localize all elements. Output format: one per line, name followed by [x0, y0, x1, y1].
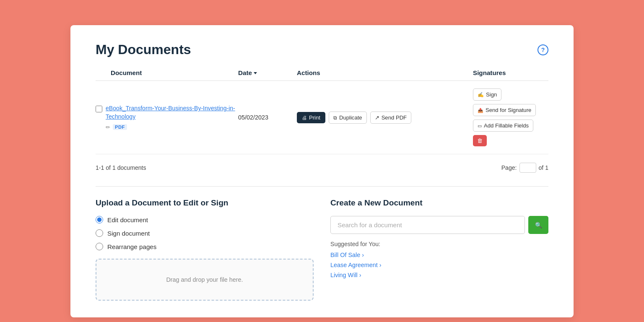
search-icon [535, 221, 542, 229]
fillable-icon [478, 122, 482, 129]
page-number-input[interactable]: 1 [519, 163, 536, 173]
printer-icon [302, 114, 307, 121]
radio-rearrange-label: Rearrange pages [107, 243, 156, 250]
col-header-actions: Actions [297, 69, 473, 76]
suggested-link-lease-agreement[interactable]: Lease Agreement › [330, 262, 548, 268]
radio-sign-label: Sign document [107, 230, 150, 237]
pencil-icon [106, 124, 110, 130]
radio-rearrange-input[interactable] [96, 243, 103, 250]
send-pdf-button[interactable]: Send PDF [370, 112, 411, 124]
sign-icon [478, 91, 484, 98]
print-button[interactable]: Print [297, 112, 325, 123]
help-icon[interactable]: ? [538, 44, 548, 55]
col-header-signatures: Signatures [473, 69, 548, 76]
row-checkbox[interactable] [96, 106, 102, 112]
date-cell: 05/02/2023 [238, 114, 297, 121]
radio-rearrange[interactable]: Rearrange pages [96, 243, 314, 250]
document-search-row [330, 216, 548, 234]
upload-drop-zone[interactable]: Drag and drop your file here. [96, 259, 314, 301]
upload-section-title: Upload a Document to Edit or Sign [96, 198, 314, 208]
radio-edit-label: Edit document [107, 216, 148, 223]
document-search-input[interactable] [330, 216, 525, 234]
page-header: My Documents ? [96, 42, 548, 57]
pagination-row: 1-1 of 1 documents Page: 1 of 1 [96, 163, 548, 173]
page-label: Page: [501, 164, 517, 171]
actions-cell: Print Duplicate Send PDF [297, 112, 473, 124]
date-sort-icon [254, 72, 257, 74]
col-header-document: Document [96, 69, 238, 76]
radio-edit-input[interactable] [96, 216, 103, 223]
send-sig-icon [478, 107, 483, 113]
sign-button[interactable]: Sign [473, 88, 501, 101]
suggested-link-bill-of-sale[interactable]: Bill Of Sale › [330, 252, 548, 258]
document-cell: eBook_Transform-Your-Business-By-Investi… [96, 104, 238, 130]
send-icon [375, 114, 379, 121]
suggested-link-living-will[interactable]: Living Will › [330, 272, 548, 278]
table-row: eBook_Transform-Your-Business-By-Investi… [96, 81, 548, 154]
duplicate-button[interactable]: Duplicate [329, 112, 367, 124]
col-header-date[interactable]: Date [238, 69, 297, 76]
copy-icon [333, 114, 337, 121]
pagination-summary: 1-1 of 1 documents [96, 164, 146, 171]
doc-name-group: eBook_Transform-Your-Business-By-Investi… [106, 104, 238, 130]
trash-icon [477, 138, 483, 144]
create-section: Create a New Document Suggested for You:… [330, 198, 548, 301]
radio-edit[interactable]: Edit document [96, 216, 314, 223]
main-card: My Documents ? Document Date Actions Sig… [70, 25, 574, 317]
pdf-badge: PDF [113, 124, 127, 130]
suggested-links: Bill Of Sale › Lease Agreement › Living … [330, 252, 548, 278]
add-fillable-button[interactable]: Add Fillable Fields [473, 119, 533, 132]
bottom-section: Upload a Document to Edit or Sign Edit d… [96, 198, 548, 301]
table-header: Document Date Actions Signatures [96, 69, 548, 81]
pagination-right: Page: 1 of 1 [501, 163, 548, 173]
radio-group: Edit document Sign document Rearrange pa… [96, 216, 314, 250]
edit-pencil-button[interactable] [106, 124, 110, 130]
delete-button[interactable] [473, 135, 487, 146]
create-section-title: Create a New Document [330, 198, 548, 208]
suggested-label: Suggested for You: [330, 241, 548, 247]
radio-sign-input[interactable] [96, 229, 103, 237]
upload-section: Upload a Document to Edit or Sign Edit d… [96, 198, 314, 301]
page-title: My Documents [96, 42, 191, 57]
radio-sign[interactable]: Sign document [96, 229, 314, 237]
document-link[interactable]: eBook_Transform-Your-Business-By-Investi… [106, 104, 238, 121]
document-search-button[interactable] [528, 216, 548, 234]
doc-icon-group: PDF [106, 124, 238, 130]
section-divider [96, 186, 548, 187]
drop-zone-label: Drag and drop your file here. [166, 276, 243, 283]
send-for-signature-button[interactable]: Send for Signature [473, 104, 536, 116]
signatures-cell: Sign Send for Signature Add Fillable Fie… [473, 88, 548, 146]
of-pages-label: of 1 [539, 164, 548, 171]
